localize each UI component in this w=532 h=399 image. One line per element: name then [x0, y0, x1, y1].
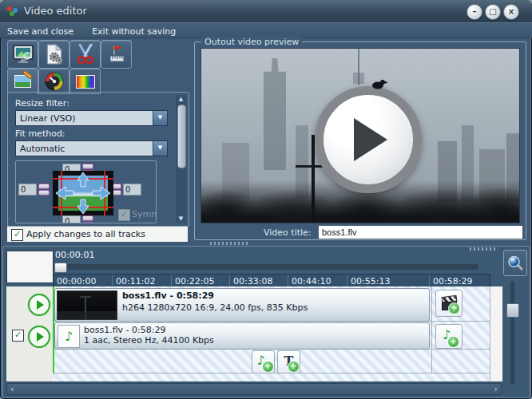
add-video-clip-button[interactable]: +	[435, 290, 463, 317]
chevron-down-icon[interactable]: ▼	[153, 111, 167, 125]
audio-clip[interactable]: ♪ boss1.flv - 0:58:29 1 aac, Stereo Hz, …	[54, 322, 430, 350]
add-audio-track-button[interactable]: ♪ +	[252, 350, 275, 373]
track-height-slider[interactable]	[510, 281, 514, 385]
audio-track-play-button[interactable]	[28, 326, 50, 348]
document-process-icon	[44, 44, 65, 65]
play-icon	[354, 118, 387, 161]
panel-scrollbar[interactable]: ▲ ▼	[176, 95, 186, 223]
crop-left-spinner[interactable]: 0	[18, 184, 50, 196]
scroll-right-icon[interactable]: ›	[494, 385, 498, 393]
apply-strip: ✓ Apply changes to all tracks	[7, 226, 188, 242]
pan-arrows-icon[interactable]	[53, 171, 113, 215]
screen-preview-icon	[12, 45, 34, 64]
fit-method-label: Fit method:	[15, 128, 66, 139]
scissors-icon	[76, 44, 95, 65]
markers-button[interactable]	[101, 40, 132, 69]
timeline-hscrollbar[interactable]: ‹ ›	[6, 383, 502, 395]
crop-bottom-spinner[interactable]: 0	[62, 215, 93, 223]
ruler-label: 00:58:29	[433, 276, 472, 286]
symmetric-checkbox[interactable]: ✓	[118, 209, 130, 221]
track-height-slider-handle[interactable]	[506, 303, 519, 318]
crop-bottom-value[interactable]: 0	[62, 215, 81, 223]
screen-preview-button[interactable]	[7, 40, 38, 69]
chevron-down-icon[interactable]: ▼	[153, 141, 167, 156]
ruler-label: 00:44:10	[292, 276, 331, 286]
audio-clip-details: 1 aac, Stereo Hz, 44100 Kbps	[84, 335, 214, 346]
apply-changes-checkbox[interactable]: ✓	[11, 229, 23, 241]
audio-clip-title: boss1.flv - 0:58:29	[84, 325, 165, 335]
spinner-buttons[interactable]	[82, 215, 93, 223]
seek-slider-handle[interactable]	[54, 263, 67, 273]
crop-panel: 0 0 0 0	[15, 160, 157, 223]
timeline-grip[interactable]	[470, 247, 497, 251]
menu-bar: Save and close Exit without saving	[0, 22, 532, 38]
music-note-add-icon: ♪ +	[256, 355, 271, 369]
tab-playback-settings[interactable]	[38, 69, 69, 94]
maximize-button[interactable]: □	[485, 4, 501, 20]
menu-save-and-close[interactable]: Save and close	[0, 24, 81, 37]
fit-method-select[interactable]: Automatic ▼	[15, 140, 168, 156]
seek-slider[interactable]	[54, 264, 478, 270]
timeline-info-box	[6, 251, 54, 283]
gauge-icon	[45, 72, 64, 91]
plus-icon: +	[288, 361, 300, 373]
add-audio-clip-button[interactable]: ♪ +	[435, 324, 463, 349]
play-icon	[37, 300, 44, 310]
spinner-buttons[interactable]	[38, 184, 50, 196]
video-clip[interactable]: boss1.flv - 0:58:29 h264 1280x720 16:9, …	[54, 288, 430, 322]
ruler-label: 00:00:00	[57, 276, 96, 286]
crop-left-value[interactable]: 0	[18, 184, 37, 196]
tab-image-settings[interactable]	[7, 69, 38, 94]
bird-icon	[370, 77, 391, 90]
fit-method-value: Automatic	[16, 142, 153, 156]
video-preview	[200, 48, 520, 223]
crop-right-spinner[interactable]: 0	[110, 184, 141, 196]
resize-filter-label: Resize filter:	[15, 98, 69, 109]
audio-track-checkbox[interactable]: ✓	[12, 330, 24, 342]
color-bars-icon	[76, 75, 95, 89]
scroll-left-icon[interactable]: ‹	[10, 385, 14, 393]
ruler-label: 00:22:05	[175, 276, 214, 286]
video-clip-title: boss1.flv - 0:58:29	[122, 290, 214, 301]
timeline-zoom-button[interactable]	[503, 250, 527, 276]
playhead-position: 00:00:01	[55, 250, 94, 260]
scroll-down-icon[interactable]: ▼	[176, 215, 186, 222]
video-title-input[interactable]	[318, 225, 523, 239]
title-bar[interactable]: Video editor – □ ×	[0, 0, 532, 23]
minimize-button[interactable]: –	[466, 4, 482, 20]
process-file-button[interactable]	[38, 40, 69, 69]
menu-exit-without-saving[interactable]: Exit without saving	[85, 24, 183, 37]
text-add-icon: T +	[282, 355, 296, 369]
cut-button[interactable]	[69, 40, 101, 69]
apply-changes-label: Apply changes to all tracks	[26, 229, 145, 239]
marker-timeline-icon	[107, 44, 126, 65]
audio-file-icon: ♪	[58, 325, 80, 348]
add-text-button[interactable]: T +	[277, 350, 300, 373]
plus-icon: +	[448, 302, 460, 314]
window-title: Video editor	[24, 5, 87, 17]
settings-panel: Resize filter: Linear (VSO) ▼ Fit method…	[7, 92, 189, 227]
splitter-grip[interactable]	[210, 242, 248, 245]
symmetric-label: Symmetric	[132, 209, 157, 219]
track-end-strip	[490, 286, 502, 381]
crop-right-value[interactable]: 0	[123, 184, 141, 196]
video-track-play-button[interactable]	[28, 294, 50, 316]
crop-preview[interactable]	[53, 171, 113, 215]
ruler-label: 00:11:02	[116, 276, 155, 286]
resize-filter-value: Linear (VSO)	[16, 112, 153, 125]
music-note-add-icon: ♪ +	[441, 329, 457, 345]
ruler-label: 00:33:08	[233, 276, 272, 286]
video-clip-details: h264 1280x720 16:9, 24,00 fps, 835 Kbps	[122, 302, 308, 313]
video-title-label: Video title:	[264, 227, 312, 238]
preview-group-label: Outout video preview	[201, 37, 302, 47]
magnifier-icon	[507, 255, 523, 271]
image-adjust-icon	[14, 75, 31, 88]
video-thumbnail	[57, 290, 117, 320]
preview-play-button[interactable]	[315, 86, 422, 193]
scrollbar-thumb[interactable]	[177, 105, 186, 168]
tab-color-settings[interactable]	[69, 69, 101, 94]
resize-filter-select[interactable]: Linear (VSO) ▼	[15, 110, 168, 126]
scroll-up-icon[interactable]: ▲	[176, 96, 186, 102]
close-button[interactable]: ×	[503, 4, 519, 20]
app-icon	[7, 6, 18, 17]
